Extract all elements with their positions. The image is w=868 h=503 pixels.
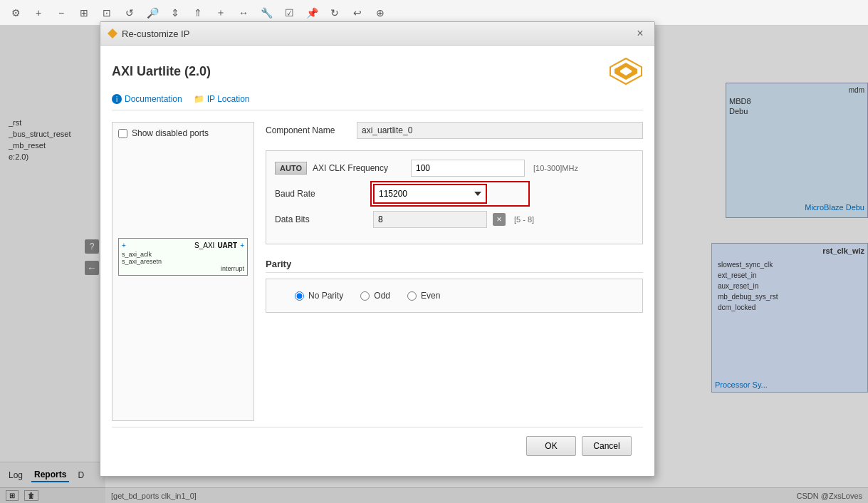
svg-marker-0 (108, 28, 117, 38)
dialog-right-panel: Component Name AUTO AXI CLK Frequency [1… (266, 122, 643, 421)
refresh-btn[interactable]: ↺ (120, 3, 140, 23)
uart-label: UART (217, 242, 237, 249)
baud-rate-wrapper: 9600 19200 38400 57600 115200 230400 460… (373, 184, 487, 204)
clk-freq-label: AXI CLK Frequency (313, 163, 405, 173)
dialog-footer: OK Cancel (112, 427, 643, 465)
data-bits-label: Data Bits (275, 214, 367, 224)
documentation-label: Documentation (125, 94, 182, 104)
data-bits-range: [5 - 8] (514, 215, 534, 224)
select-btn[interactable]: ⊡ (97, 3, 117, 23)
s-axi-label: S_AXI (194, 242, 214, 249)
xilinx-logo (609, 57, 643, 85)
clk-freq-range: [10-300]MHz (533, 164, 578, 172)
wrench-btn[interactable]: 🔧 (256, 3, 276, 23)
xilinx-small-icon (108, 28, 117, 38)
parity-title: Parity (266, 259, 643, 273)
cancel-button[interactable]: Cancel (582, 436, 632, 456)
dialog-left-panel: Show disabled ports + S_AXI UART + (112, 122, 254, 421)
recustomize-ip-dialog: Re-customize IP × AXI Uartlite (2.0) i D… (100, 21, 655, 477)
parity-even-radio[interactable] (407, 291, 417, 301)
grid-btn[interactable]: ⊕ (370, 3, 390, 23)
ip-title: AXI Uartlite (2.0) (112, 64, 211, 79)
ip-location-link[interactable]: 📁 IP Location (194, 94, 250, 104)
parity-odd-label: Odd (374, 291, 390, 301)
parity-no-parity[interactable]: No Parity (295, 291, 343, 301)
redo-btn[interactable]: ↻ (325, 3, 345, 23)
add-btn[interactable]: ＋ (211, 3, 231, 23)
clk-freq-input[interactable] (411, 160, 525, 177)
data-bits-input[interactable] (373, 211, 487, 228)
parity-section: Parity No Parity Odd (266, 253, 643, 313)
dialog-header: AXI Uartlite (2.0) (112, 57, 643, 85)
parity-odd-radio[interactable] (360, 291, 370, 301)
folder-icon: 📁 (194, 94, 204, 104)
dialog-body: AXI Uartlite (2.0) i Documentation 📁 IP … (100, 46, 654, 476)
up-btn[interactable]: ⇑ (188, 3, 208, 23)
dialog-content: Show disabled ports + S_AXI UART + (112, 122, 643, 421)
parity-odd[interactable]: Odd (360, 291, 390, 301)
uart-block-diagram: + S_AXI UART + s_axi_aclk s_axi_aresetn … (118, 238, 248, 276)
uart-title-area: S_AXI UART + (194, 242, 244, 249)
uart-interrupt: interrupt (122, 265, 244, 272)
show-disabled-row: Show disabled ports (118, 128, 248, 138)
component-name-row: Component Name (266, 122, 643, 139)
component-name-input[interactable] (357, 122, 643, 139)
uart-header: + S_AXI UART + (122, 242, 244, 249)
pin-btn[interactable]: 📌 (302, 3, 322, 23)
dialog-titlebar: Re-customize IP × (100, 22, 654, 46)
dialog-nav: i Documentation 📁 IP Location (112, 94, 643, 110)
uart-diagram: + S_AXI UART + s_axi_aclk s_axi_aresetn … (118, 238, 248, 276)
baud-rate-select[interactable]: 9600 19200 38400 57600 115200 230400 460… (373, 184, 487, 204)
uart-plus-right-icon: + (240, 242, 244, 249)
check-btn[interactable]: ☑ (279, 3, 299, 23)
documentation-link[interactable]: i Documentation (112, 94, 182, 104)
dialog-title-left: Re-customize IP (108, 28, 189, 39)
clk-freq-row: AUTO AXI CLK Frequency [10-300]MHz (275, 160, 634, 177)
ok-button[interactable]: OK (526, 436, 576, 456)
parity-no-parity-radio[interactable] (295, 291, 304, 301)
uart-s-axi-aclk: s_axi_aclk (122, 251, 244, 258)
config-section: AUTO AXI CLK Frequency [10-300]MHz Baud … (266, 150, 643, 244)
baud-rate-row: Baud Rate 9600 19200 38400 57600 115200 … (275, 184, 634, 204)
uart-s-axi-aresetn: s_axi_aresetn (122, 258, 244, 265)
ip-location-label: IP Location (207, 94, 250, 104)
parity-no-parity-label: No Parity (308, 291, 343, 301)
component-name-label: Component Name (266, 125, 351, 135)
fit-btn[interactable]: ⊞ (74, 3, 94, 23)
data-bits-clear-btn[interactable]: × (493, 213, 506, 226)
settings-btn[interactable]: ⚙ (6, 3, 26, 23)
undo-btn[interactable]: ↩ (347, 3, 367, 23)
show-disabled-checkbox[interactable] (118, 129, 127, 138)
parity-even-label: Even (421, 291, 440, 301)
uart-plus-icon: + (122, 242, 126, 249)
show-disabled-label: Show disabled ports (132, 128, 209, 138)
info-icon: i (112, 94, 122, 104)
fit-height-btn[interactable]: ⇕ (165, 3, 185, 23)
zoom-out-btn[interactable]: − (51, 3, 71, 23)
expand-btn[interactable]: ↔ (234, 3, 253, 23)
dialog-close-button[interactable]: × (633, 26, 647, 41)
search-btn[interactable]: 🔎 (142, 3, 162, 23)
data-bits-row: Data Bits × [5 - 8] (275, 211, 634, 228)
zoom-in-btn[interactable]: + (28, 3, 48, 23)
parity-even[interactable]: Even (407, 291, 440, 301)
baud-rate-label: Baud Rate (275, 189, 367, 199)
auto-badge-btn[interactable]: AUTO (275, 162, 307, 175)
dialog-title-text: Re-customize IP (122, 28, 189, 39)
parity-options: No Parity Odd Even (272, 285, 637, 306)
